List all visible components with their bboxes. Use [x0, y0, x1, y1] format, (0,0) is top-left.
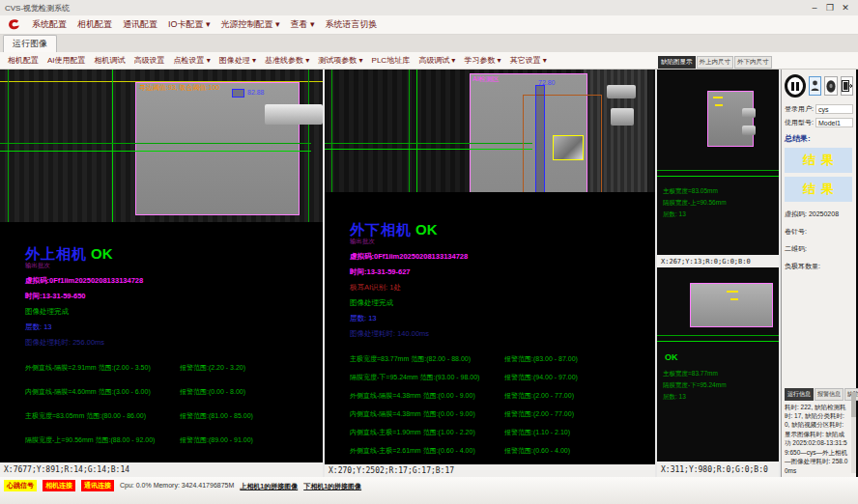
defect-view-upper[interactable]: 主极宽度=83.05mm 隔膜宽度-上=90.56mm 层数: 13 [657, 70, 779, 255]
tab-upper-inner-size[interactable]: 外上内尺寸 [697, 56, 734, 69]
logout-icon [842, 80, 852, 92]
tiny-label-marks [727, 291, 738, 293]
sidebar-spacer [785, 271, 853, 388]
toolbar-camera-debug[interactable]: 相机调试 [95, 55, 126, 66]
lower-camera-panel: AI检测区 72.80 外下相机 OK 输出批次 虚拟码:0Ff1iim2025… [325, 70, 657, 477]
measurement-value: 隔膜宽度-上=90.56mm 范围:(88.00 - 92.00) [25, 435, 180, 445]
workpiece-thumbnail [690, 283, 773, 327]
thumbnail-readout: 主极宽度=83.77mm 隔膜宽度-下=95.24mm 层数: 13 [663, 368, 727, 403]
baseline-vertical [331, 70, 332, 192]
measurement-list: 主极宽度=83.77mm 范围:(82.00 - 88.00) 报警范围:(83… [350, 354, 655, 456]
info-scrollbar[interactable] [851, 392, 856, 473]
main-area: 寻边阈值:93, 吸合阈值:100 82.88 外上相机 OK 输出批次 虚拟码… [0, 70, 858, 477]
toolbar-ai-config[interactable]: AI使用配置 [47, 55, 86, 66]
toolbar-other-settings[interactable]: 其它设置 ▾ [510, 55, 547, 66]
menu-item-io-config[interactable]: IO卡配置 ▾ [168, 18, 211, 31]
menu-item-comm-config[interactable]: 通讯配置 [123, 18, 157, 31]
minimize-icon[interactable]: – [807, 1, 822, 14]
baseline-horizontal [0, 143, 311, 144]
workpiece-image [135, 82, 300, 215]
lower-stitched-image-link[interactable]: 下相机1的拼接图像 [303, 480, 361, 491]
baseline-horizontal [657, 335, 779, 336]
toolbar-baseline-params[interactable]: 基准线参数 ▾ [265, 55, 309, 66]
tab-defect-display[interactable]: 缺陷图显示 [658, 56, 696, 69]
processing-time: 图像处理耗时: 140.00ms [350, 329, 655, 339]
toolbar-image-processing[interactable]: 图像处理 ▾ [219, 55, 256, 66]
result-status: OK [415, 221, 438, 238]
tiny-label-marks [715, 104, 723, 106]
menu-item-camera-config[interactable]: 相机配置 [77, 18, 112, 31]
processing-status: 图像处理完成 [350, 298, 655, 308]
pixel-coordinate-bar: X:267;Y:13;R:0;G:0;B:0 [657, 255, 779, 267]
tab-lower-inner-size[interactable]: 外下内尺寸 [734, 56, 772, 69]
measurement-value: 隔膜宽度-下=95.24mm 范围:(93.00 - 98.00) [350, 373, 504, 382]
tab-connector-image [265, 104, 323, 125]
baseline-horizontal [0, 151, 311, 152]
measure-roi-box [232, 89, 244, 98]
measurement-row: 外侧直线-主极=2.61mm 范围:(0.60 - 4.00) 报警范围:(0.… [350, 446, 655, 456]
measurement-row: 内侧直线-隔膜=4.38mm 范围:(0.00 - 9.00) 报警范围:(2.… [350, 409, 655, 419]
baseline-horizontal [325, 143, 532, 144]
pause-button[interactable] [785, 74, 806, 98]
layer-count: 层数: 13 [350, 314, 655, 323]
app-window: CVS-视觉检测系统 – ❐ ✕ 系统配置 相机配置 通讯配置 IO卡配置 ▾ … [0, 0, 858, 504]
tab-run-info[interactable]: 运行信息 [785, 388, 814, 401]
menu-item-view[interactable]: 查看 ▾ [291, 18, 315, 31]
toolbar-test-params[interactable]: 测试项参数 ▾ [318, 55, 362, 66]
timestamp-text: 时间:13-31-59-627 [350, 267, 655, 277]
metal-part-image [742, 126, 756, 135]
measurement-row: 外侧直线-隔膜=2.91mm 范围:(2.00 - 3.50) 报警范围:(2.… [25, 363, 323, 373]
pixel-coordinates: X:270;Y:2502;R:17;G:17;B:17 [329, 466, 454, 475]
pixel-coordinates: X:311;Y:980;R:0;G:0;B:0 [661, 465, 768, 474]
lower-camera-viewport[interactable]: AI检测区 72.80 [325, 70, 655, 192]
readout-line: 层数: 13 [663, 391, 727, 403]
threshold-label: 寻边阈值:93, 吸合阈值:100 [139, 83, 219, 93]
maximize-icon[interactable]: ❐ [822, 1, 838, 14]
readout-line: 主极宽度=83.05mm [663, 185, 727, 197]
toolbar-items: 相机配置 AI使用配置 相机调试 高级设置 点检设置 ▾ 图像处理 ▾ 基准线参… [0, 55, 658, 66]
tab-alarm-info[interactable]: 报警信息 [815, 388, 844, 401]
readout-line: 隔膜宽度-上=90.56mm [663, 197, 727, 209]
heartbeat-status-badge: 心跳信号 [4, 480, 37, 491]
measurement-row: 隔膜宽度-上=90.56mm 范围:(88.00 - 92.00) 报警范围:(… [25, 435, 323, 445]
tab-run-image[interactable]: 运行图像 [3, 35, 57, 52]
baseline-horizontal [325, 149, 532, 150]
metal-part-image [607, 85, 636, 98]
user-button[interactable] [809, 76, 821, 96]
upper-stitched-image-link[interactable]: 上相机1的拼接图像 [240, 480, 298, 491]
menu-item-language-switch[interactable]: 系统语言切换 [326, 18, 378, 31]
ai-detect-line: 极耳AI识别: 1处 [350, 283, 655, 293]
baseline-horizontal [657, 341, 779, 342]
lock-button[interactable] [824, 76, 837, 96]
toolbar-plc-address[interactable]: PLC地址库 [372, 55, 411, 66]
total-result-label: 总结果: [785, 133, 853, 144]
toolbar-advanced-debug[interactable]: 高级调试 ▾ [418, 55, 455, 66]
batch-code-field: 虚拟码: 20250208 [785, 210, 853, 219]
baseline-vertical [112, 70, 113, 222]
login-user-value[interactable]: cys [815, 104, 853, 114]
toolbar-advanced-settings[interactable]: 高级设置 [134, 55, 165, 66]
result-box-lower: 结果 [785, 177, 852, 202]
menu-item-light-config[interactable]: 光源控制配置 ▾ [221, 18, 280, 31]
logout-button[interactable] [841, 76, 853, 96]
info-tabs: 运行信息 报警信息 缺陷信息 [785, 388, 853, 401]
defect-view-lower[interactable]: OK 主极宽度=83.77mm 隔膜宽度-下=95.24mm 层数: 13 [657, 267, 779, 462]
toolbar-learning-params[interactable]: 学习参数 ▾ [464, 55, 500, 66]
toolbar-camera-config[interactable]: 相机配置 [8, 55, 39, 66]
close-icon[interactable]: ✕ [838, 1, 853, 14]
readout-line: 层数: 13 [663, 209, 727, 220]
lower-camera-results: 外下相机 OK 输出批次 虚拟码:0Ff1iim2025020813313472… [325, 192, 655, 464]
camera-link-status-badge: 相机连接 [43, 480, 75, 491]
layer-count: 层数: 13 [25, 322, 323, 332]
barcode-text: 虚拟码:0Ff1iim20250208133134728 [25, 276, 323, 286]
measurement-value: 主极宽度=83.05mm 范围:(80.00 - 86.00) [25, 411, 180, 421]
app-logo-icon [7, 18, 21, 31]
tab-strip: 运行图像 [0, 35, 858, 52]
upper-camera-panel: 寻边阈值:93, 吸合阈值:100 82.88 外上相机 OK 输出批次 虚拟码… [0, 70, 325, 477]
upper-camera-viewport[interactable]: 寻边阈值:93, 吸合阈值:100 82.88 [0, 70, 323, 222]
model-value[interactable]: Model1 [815, 118, 853, 127]
toolbar-spot-check[interactable]: 点检设置 ▾ [174, 55, 211, 66]
processing-time: 图像处理耗时: 256.00ms [25, 338, 323, 348]
scrollbar-thumb[interactable] [851, 392, 856, 417]
menu-item-system-config[interactable]: 系统配置 [32, 18, 67, 31]
